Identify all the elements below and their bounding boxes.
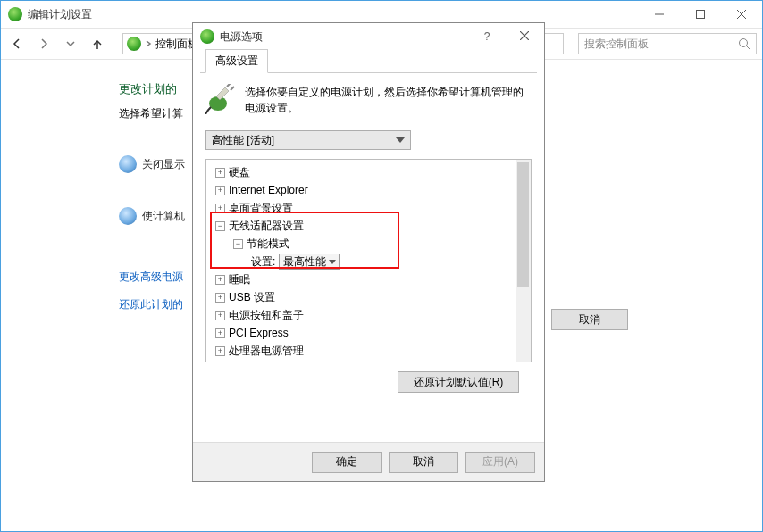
restore-defaults-button[interactable]: 还原计划默认值(R) [398,371,519,393]
tree-item-wireless[interactable]: 无线适配器设置 [229,217,304,235]
expand-icon[interactable]: + [215,346,225,356]
cancel-button[interactable]: 取消 [389,452,458,473]
apply-button: 应用(A) [465,452,535,473]
tree-item-ie[interactable]: Internet Explorer [229,181,308,199]
settings-tree: +硬盘 +Internet Explorer +桌面背景设置 −无线适配器设置 … [205,159,532,362]
recent-button[interactable] [60,33,81,54]
svg-point-5 [740,39,748,47]
window-title: 编辑计划设置 [28,7,92,22]
expand-icon[interactable]: + [215,275,225,285]
svg-marker-12 [396,137,405,143]
expand-icon[interactable]: + [215,328,225,338]
tab-advanced[interactable]: 高级设置 [205,49,268,73]
svg-rect-1 [697,11,705,19]
chevron-right-icon [145,37,152,50]
svg-line-6 [747,46,750,49]
ok-button[interactable]: 确定 [312,452,382,473]
app-icon [8,7,22,21]
setting-display-off: 关闭显示 [119,155,185,173]
scrollbar-thumb[interactable] [517,162,529,287]
tree-item-pci[interactable]: PCI Express [229,324,289,342]
maximize-button[interactable] [680,1,721,28]
dialog-icon [200,29,214,44]
search-placeholder: 搜索控制面板 [584,37,649,52]
monitor-icon [119,155,137,173]
link-restore-plan[interactable]: 还原此计划的 [119,297,185,312]
power-options-dialog: 电源选项 ? 高级设置 选择你要自定义的电源计划，然后选择你希望计算机管理的电源… [192,22,545,482]
back-button[interactable] [6,33,28,54]
plan-select-value: 高性能 [活动] [212,133,274,148]
dialog-intro: 选择你要自定义的电源计划，然后选择你希望计算机管理的电源设置。 [205,84,532,116]
scrollbar[interactable] [516,160,531,362]
setting-label: 设置: [251,253,275,270]
tree-item-usb[interactable]: USB 设置 [229,288,275,306]
search-icon [738,37,750,50]
expand-icon[interactable]: + [215,204,225,213]
forward-button[interactable] [33,33,54,54]
minimize-button[interactable] [639,1,680,28]
collapse-icon[interactable]: − [233,239,243,249]
tree-item-power-mode[interactable]: 节能模式 [247,235,289,253]
dialog-title: 电源选项 [220,29,263,45]
collapse-icon[interactable]: − [215,221,225,231]
dialog-intro-text: 选择你要自定义的电源计划，然后选择你希望计算机管理的电源设置。 [245,84,532,116]
search-input[interactable]: 搜索控制面板 [578,33,757,54]
page-subheading: 选择希望计算 [119,106,185,121]
svg-line-10 [227,84,231,87]
expand-icon[interactable]: + [215,168,225,178]
page-heading: 更改计划的 [119,81,185,97]
up-button[interactable] [87,33,108,54]
tree-item-desktop-bg[interactable]: 桌面背景设置 [229,199,293,217]
svg-line-11 [231,87,234,90]
expand-icon[interactable]: + [215,311,225,320]
tree-item-sleep[interactable]: 睡眠 [229,270,250,288]
svg-point-9 [209,96,227,111]
tab-strip: 高级设置 [200,50,537,73]
help-button[interactable]: ? [469,30,505,43]
dialog-footer: 确定 取消 应用(A) [193,442,544,481]
tree-item-power-button[interactable]: 电源按钮和盖子 [229,306,304,324]
content-area: 更改计划的 选择希望计算 关闭显示 使计算机 更改高级电源 还原此计划的 [108,81,185,325]
power-plug-icon [205,84,236,114]
link-advanced-power[interactable]: 更改高级电源 [119,270,185,285]
setting-sleep: 使计算机 [119,207,185,225]
expand-icon[interactable]: + [215,186,225,195]
dialog-close-button[interactable] [505,30,544,43]
dialog-titlebar: 电源选项 ? [193,23,544,50]
chevron-down-icon [396,137,405,143]
moon-icon [119,207,137,225]
breadcrumb-icon [127,37,141,51]
close-button[interactable] [721,1,762,28]
tree-item-processor[interactable]: 处理器电源管理 [229,342,304,360]
setting-value-combo[interactable]: 最高性能 [279,254,340,270]
expand-icon[interactable]: + [215,293,225,303]
plan-select[interactable]: 高性能 [活动] [205,130,411,150]
tree-item-hard-disk[interactable]: 硬盘 [229,163,250,181]
cancel-button-bg[interactable]: 取消 [551,309,628,330]
